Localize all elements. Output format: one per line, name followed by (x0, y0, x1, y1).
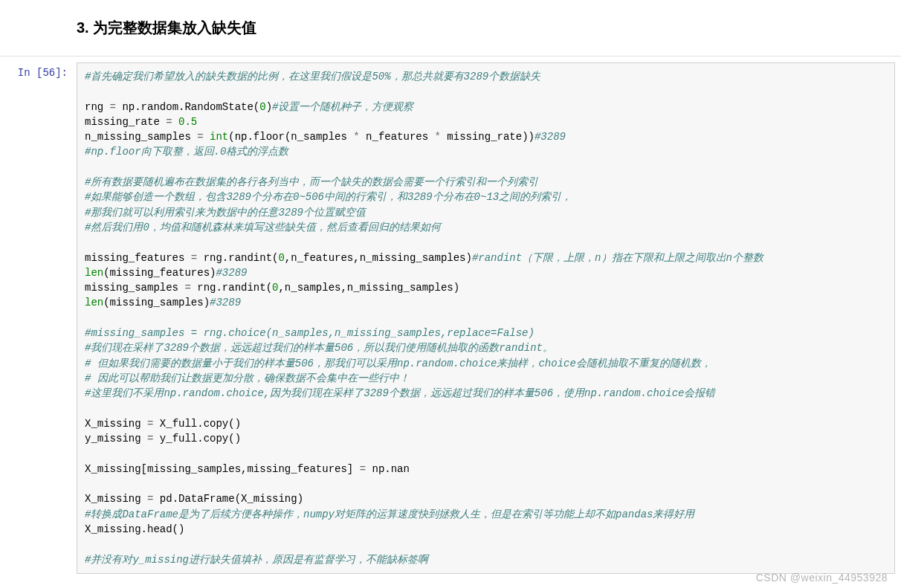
code-content: #首先确定我们希望放入的缺失数据的比例，在这里我们假设是50%，那总共就要有32… (85, 69, 887, 567)
code-cell: In [56]: #首先确定我们希望放入的缺失数据的比例，在这里我们假设是50%… (0, 56, 901, 574)
section-heading: 3. 为完整数据集放入缺失值 (77, 15, 901, 41)
code-input-area[interactable]: #首先确定我们希望放入的缺失数据的比例，在这里我们假设是50%，那总共就要有32… (77, 62, 895, 574)
input-prompt: In [56]: (0, 62, 77, 79)
watermark: CSDN @weixin_44953928 (756, 572, 888, 584)
